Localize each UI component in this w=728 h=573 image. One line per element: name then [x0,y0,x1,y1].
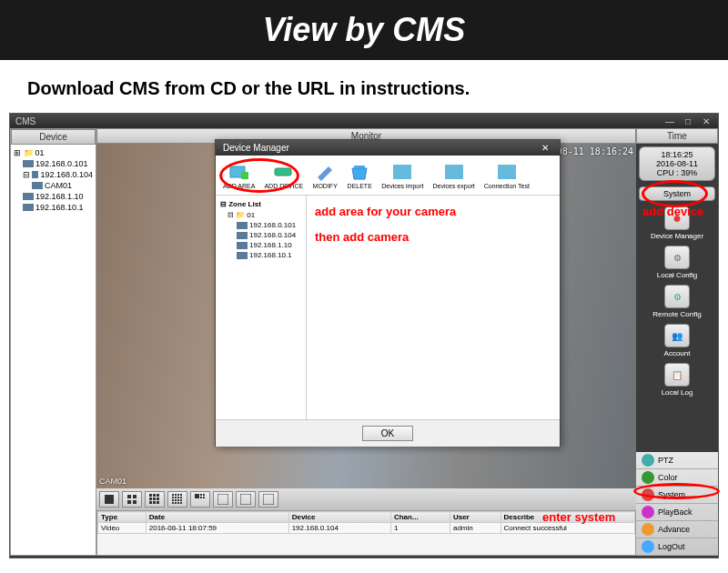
zone-item[interactable]: 192.168.0.104 [218,230,303,240]
camera-icon [237,222,248,229]
grid-1x1-button[interactable] [99,491,119,508]
log-header[interactable]: Describe [500,512,634,523]
logout-menu[interactable]: LogOut [636,538,718,556]
modify-button[interactable]: MODIFY [308,159,341,191]
gear-icon: ⚙ [664,246,690,269]
log-table: Type Date Device Chan... User Describe V… [97,511,635,534]
dialog-close-icon[interactable]: ✕ [538,143,552,153]
page-title: View by CMS [0,11,728,49]
svg-rect-13 [157,501,159,504]
test-icon [494,161,520,183]
ok-button[interactable]: OK [362,426,413,441]
device-manager-button[interactable]: ● Device Manager [639,206,715,240]
tree-item[interactable]: ⊟ 192.168.0.104 [14,169,93,180]
ptz-icon [642,454,654,467]
log-header[interactable]: Chan... [390,512,450,523]
device-manager-dialog: Device Manager ✕ ADD AREA ADD DEVICE MOD… [215,139,561,447]
advance-icon [642,523,654,536]
svg-rect-18 [172,497,174,498]
dialog-footer: OK [216,419,560,447]
svg-rect-34 [203,497,205,498]
test-button[interactable]: Connection Test [480,159,533,191]
zone-item[interactable]: 192.168.1.10 [218,240,303,250]
grid-3x3-button[interactable] [145,491,165,508]
svg-rect-12 [153,501,156,504]
modify-icon [312,161,338,183]
close-icon[interactable]: ✕ [700,116,713,126]
system-panel: System ● Device Manager ⚙ Local Config ⚙… [636,184,718,452]
camera-icon [237,232,248,239]
grid-button[interactable] [213,491,233,508]
svg-rect-5 [149,494,152,497]
log-row[interactable]: Video 2016-08-11 18:07:59 192.168.0.104 … [98,523,635,534]
svg-rect-10 [157,498,159,500]
import-button[interactable]: Devices import [378,159,427,191]
page-header: View by CMS [0,0,728,60]
tree-item[interactable]: 192.168.10.1 [14,202,93,213]
svg-rect-1 [127,495,131,498]
dialog-content [307,196,560,419]
svg-rect-43 [445,165,463,179]
color-icon [642,471,654,484]
playback-menu[interactable]: PlayBack [636,504,718,521]
log-panel: Type Date Device Chan... User Describe V… [96,510,636,556]
bottom-menu: PTZ Color System PlayBack Advance LogOut [636,452,718,556]
export-button[interactable]: Devices export [430,159,479,191]
tree-item[interactable]: CAM01 [14,180,93,191]
zone-list-title: ⊟ Zone List [218,198,303,210]
delete-icon [347,161,372,183]
device-tree[interactable]: ⊞ 📁 01 192.168.0.101 ⊟ 192.168.0.104 CAM… [11,145,96,555]
grid-button[interactable] [236,491,256,508]
log-header[interactable]: User [450,512,500,523]
log-header[interactable]: Device [288,512,390,523]
log-header[interactable]: Date [146,512,288,523]
account-button[interactable]: 👥 Account [639,324,715,357]
grid-button[interactable] [258,491,278,508]
svg-rect-25 [180,499,182,501]
local-config-button[interactable]: ⚙ Local Config [639,246,715,279]
grid-2x2-button[interactable] [122,491,142,508]
zone-item[interactable]: 192.168.0.101 [218,220,303,230]
grid-button[interactable] [190,491,210,508]
zone-item[interactable]: ⊟ 📁 01 [218,210,303,220]
playback-icon [642,506,654,518]
tree-item[interactable]: ⊞ 📁 01 [14,147,93,158]
zone-item[interactable]: 192.168.10.1 [218,250,303,260]
log-header[interactable]: Type [98,512,147,523]
add-device-button[interactable]: ADD DEVICE [260,159,307,191]
device-panel: Device ⊞ 📁 01 192.168.0.101 ⊟ 192.168.0.… [10,128,96,556]
svg-rect-41 [354,166,365,168]
remote-icon: ⚙ [664,285,690,308]
svg-rect-20 [177,497,179,498]
local-log-button[interactable]: 📋 Local Log [639,363,715,397]
svg-rect-39 [241,172,248,179]
delete-button[interactable]: DELETE [343,159,376,191]
svg-rect-33 [200,497,202,498]
remote-config-button[interactable]: ⚙ Remote Config [639,285,715,318]
svg-rect-11 [149,501,152,504]
svg-rect-23 [175,499,177,501]
svg-rect-36 [240,494,251,505]
page-subtitle: Download CMS from CD or the URL in instr… [0,60,728,113]
dialog-titlebar: Device Manager ✕ [216,140,560,156]
color-menu[interactable]: Color [636,469,718,487]
add-area-button[interactable]: ADD AREA [219,159,258,191]
minimize-icon[interactable]: — [663,116,676,126]
svg-rect-0 [105,495,114,504]
zone-list[interactable]: ⊟ Zone List ⊟ 📁 01 192.168.0.101 192.168… [216,196,307,419]
device-manager-icon: ● [664,206,690,230]
grid-4x4-button[interactable] [167,491,187,508]
maximize-icon[interactable]: □ [682,116,694,126]
cms-app-window: CMS — □ ✕ Device ⊞ 📁 01 192.168.0.101 ⊟ … [9,113,719,558]
advance-menu[interactable]: Advance [636,521,718,538]
tree-item[interactable]: 192.168.0.101 [14,158,93,169]
time-value: 18:16:25 [642,150,712,159]
logout-icon [642,540,654,553]
svg-rect-14 [172,494,174,496]
svg-rect-21 [180,497,182,498]
tree-item[interactable]: 192.168.1.10 [14,191,93,202]
svg-rect-17 [180,494,182,496]
system-menu[interactable]: System [636,487,718,504]
ptz-menu[interactable]: PTZ [636,452,718,469]
camera-icon [237,252,248,259]
